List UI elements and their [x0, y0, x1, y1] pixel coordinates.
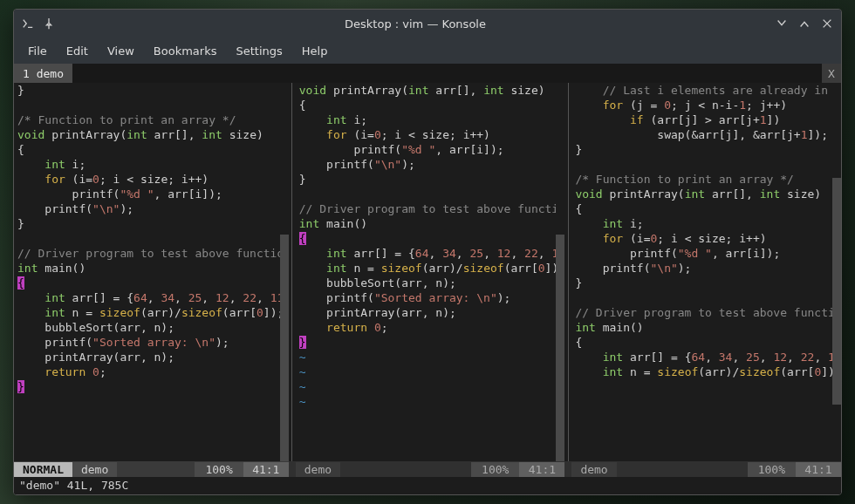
st-pos-mid: 41:1 [519, 462, 564, 477]
terminal-body: } /* Function to print an array */ void … [14, 83, 841, 494]
pane-right-code[interactable]: // Last i elements are already in place … [571, 83, 832, 461]
pane-middle[interactable]: void printArray(int arr[], int size) { i… [296, 83, 565, 461]
tab-close[interactable]: X [822, 64, 841, 83]
st-percent-mid: 100% [471, 462, 519, 477]
window-controls [768, 17, 841, 31]
maximize-icon[interactable] [797, 17, 811, 31]
menu-settings[interactable]: Settings [227, 41, 291, 61]
menu-edit[interactable]: Edit [58, 41, 97, 61]
pane-statuslines: NORMAL demo 100% 41:1 demo 100% 41:1 dem… [14, 461, 841, 477]
st-mode: NORMAL [14, 462, 72, 477]
pin-icon[interactable] [42, 17, 56, 31]
window-title: Desktop : vim — Konsole [63, 17, 768, 31]
pane-middle-code[interactable]: void printArray(int arr[], int size) { i… [296, 83, 557, 461]
close-icon[interactable] [820, 17, 834, 31]
menu-bookmarks[interactable]: Bookmarks [145, 41, 226, 61]
titlebar-left-icons [14, 17, 63, 31]
menubar: File Edit View Bookmarks Settings Help [14, 37, 841, 64]
menu-view[interactable]: View [99, 41, 143, 61]
menu-file[interactable]: File [19, 41, 56, 61]
menu-help[interactable]: Help [293, 41, 337, 61]
statusline-left: NORMAL demo 100% 41:1 [14, 461, 289, 477]
tab-demo[interactable]: 1 demo [14, 64, 72, 83]
st-percent-right: 100% [748, 462, 796, 477]
vertical-split-2[interactable] [564, 83, 571, 461]
statusline-middle: demo 100% 41:1 [296, 461, 565, 477]
pane-middle-scroll[interactable] [556, 83, 564, 461]
vim-cmdline[interactable]: "demo" 41L, 785C [14, 477, 841, 494]
st-pos: 41:1 [243, 462, 289, 477]
titlebar: Desktop : vim — Konsole [14, 10, 841, 37]
vertical-split-1[interactable] [289, 83, 296, 461]
pane-left[interactable]: } /* Function to print an array */ void … [14, 83, 289, 461]
terminal-icon [21, 17, 35, 31]
pane-left-code[interactable]: } /* Function to print an array */ void … [14, 83, 280, 461]
vim-tabline: 1 demo X [14, 64, 841, 83]
pane-left-scroll[interactable] [280, 83, 289, 461]
minimize-icon[interactable] [775, 17, 789, 31]
konsole-window: Desktop : vim — Konsole File Edit View B… [13, 9, 842, 495]
st-file-right: demo [571, 462, 616, 477]
pane-right-scroll[interactable] [832, 83, 841, 461]
st-file-mid: demo [296, 462, 340, 477]
statusline-right: demo 100% 41:1 [571, 461, 841, 477]
pane-right[interactable]: // Last i elements are already in place … [571, 83, 841, 461]
st-file: demo [72, 462, 117, 477]
st-pos-right: 41:1 [796, 462, 841, 477]
st-percent: 100% [195, 462, 243, 477]
split-panes: } /* Function to print an array */ void … [14, 83, 841, 461]
